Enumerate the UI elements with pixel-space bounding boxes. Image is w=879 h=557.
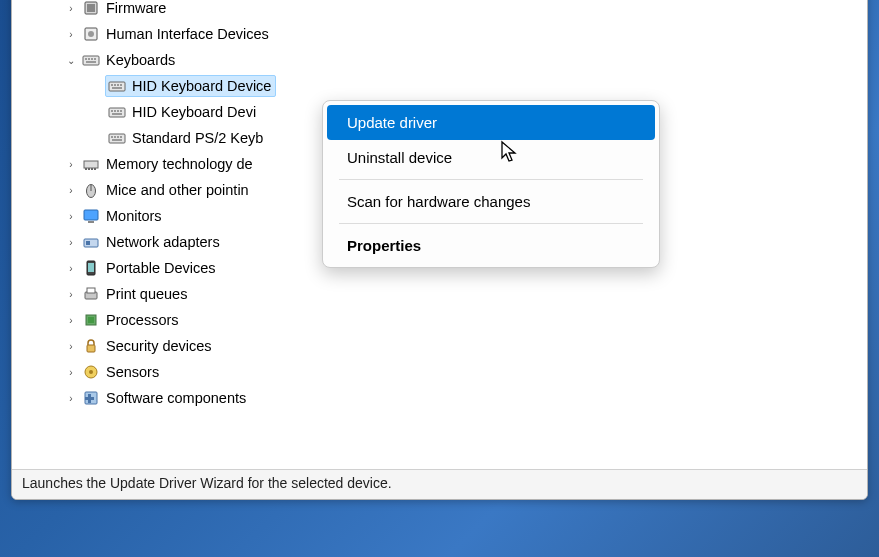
chevron-right-icon[interactable]: › (62, 285, 80, 303)
tree-item[interactable]: HID Keyboard Device (12, 73, 867, 99)
chevron-right-icon[interactable]: › (62, 363, 80, 381)
printer-icon (82, 285, 100, 303)
tree-item[interactable]: ›Software components (12, 385, 867, 411)
menu-item[interactable]: Properties (327, 228, 655, 263)
security-icon (82, 337, 100, 355)
chevron-right-icon[interactable]: › (62, 155, 80, 173)
status-bar: Launches the Update Driver Wizard for th… (12, 469, 867, 499)
tree-item-label: Monitors (106, 208, 162, 224)
tree-item-label: Firmware (106, 0, 166, 16)
tree-item-label: Keyboards (106, 52, 175, 68)
tree-item-label: Processors (106, 312, 179, 328)
firmware-icon (82, 0, 100, 17)
menu-separator (339, 223, 643, 224)
chevron-right-icon[interactable]: › (62, 181, 80, 199)
tree-item-label: Network adapters (106, 234, 220, 250)
network-icon (82, 233, 100, 251)
tree-item[interactable]: ›Human Interface Devices (12, 21, 867, 47)
tree-item-label: Memory technology de (106, 156, 253, 172)
menu-separator (339, 179, 643, 180)
tree-item-label: Standard PS/2 Keyb (132, 130, 263, 146)
tree-item-label: Mice and other pointin (106, 182, 249, 198)
tree-item-label: Portable Devices (106, 260, 216, 276)
menu-item[interactable]: Update driver (327, 105, 655, 140)
menu-item[interactable]: Uninstall device (327, 140, 655, 175)
tree-item[interactable]: ⌄Keyboards (12, 47, 867, 73)
tree-item-label: HID Keyboard Devi (132, 104, 256, 120)
processor-icon (82, 311, 100, 329)
chevron-right-icon[interactable]: › (62, 233, 80, 251)
tree-item[interactable]: ›Security devices (12, 333, 867, 359)
monitor-icon (82, 207, 100, 225)
keyboard-icon (82, 51, 100, 69)
chevron-right-icon[interactable]: › (62, 337, 80, 355)
chevron-down-icon[interactable]: ⌄ (62, 51, 80, 69)
chevron-right-icon[interactable]: › (62, 207, 80, 225)
tree-item-label: Software components (106, 390, 246, 406)
hid-icon (82, 25, 100, 43)
menu-item[interactable]: Scan for hardware changes (327, 184, 655, 219)
tree-item-label: Security devices (106, 338, 212, 354)
status-text: Launches the Update Driver Wizard for th… (22, 475, 392, 491)
chevron-right-icon[interactable]: › (62, 311, 80, 329)
tree-item-label: Print queues (106, 286, 187, 302)
chevron-right-icon[interactable]: › (62, 0, 80, 17)
tree-item[interactable]: ›Processors (12, 307, 867, 333)
tree-item-label: Human Interface Devices (106, 26, 269, 42)
tree-item[interactable]: ›Print queues (12, 281, 867, 307)
keyboard-icon (108, 77, 126, 95)
tree-item-label: HID Keyboard Device (132, 78, 271, 94)
chevron-right-icon[interactable]: › (62, 25, 80, 43)
tree-item[interactable]: ›Sensors (12, 359, 867, 385)
sensor-icon (82, 363, 100, 381)
tree-item-label: Sensors (106, 364, 159, 380)
portable-icon (82, 259, 100, 277)
keyboard-icon (108, 103, 126, 121)
keyboard-icon (108, 129, 126, 147)
chevron-right-icon[interactable]: › (62, 389, 80, 407)
mouse-icon (82, 181, 100, 199)
memory-icon (82, 155, 100, 173)
context-menu[interactable]: Update driverUninstall deviceScan for ha… (322, 100, 660, 268)
software-icon (82, 389, 100, 407)
chevron-right-icon[interactable]: › (62, 259, 80, 277)
tree-item[interactable]: ›Firmware (12, 0, 867, 21)
